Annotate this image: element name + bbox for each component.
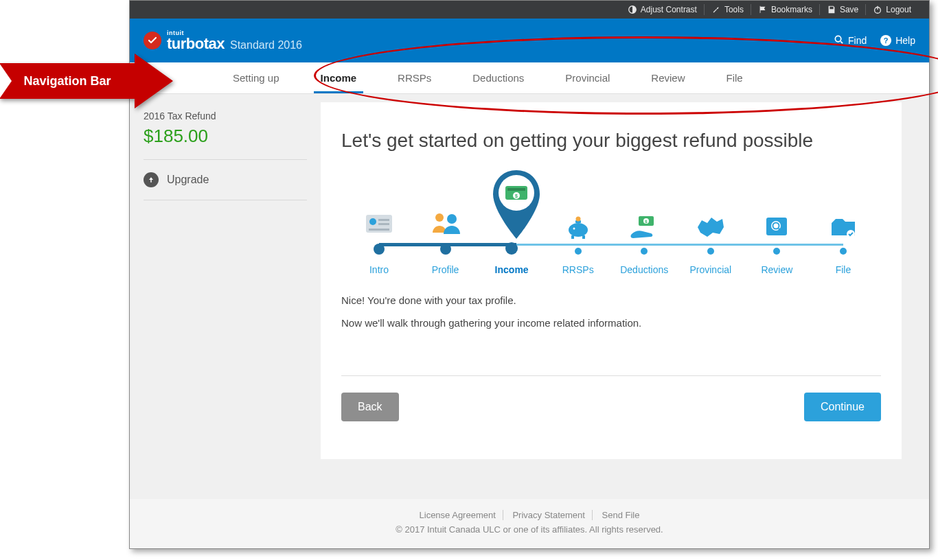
continue-button[interactable]: Continue <box>804 393 881 421</box>
svg-point-20 <box>575 217 580 222</box>
turbotax-check-logo <box>144 32 161 49</box>
step-review[interactable]: Review <box>746 205 808 275</box>
nav-file[interactable]: File <box>706 62 764 93</box>
save-link[interactable]: Save <box>819 4 865 15</box>
help-link[interactable]: ? Help <box>880 34 915 47</box>
back-button[interactable]: Back <box>341 393 399 421</box>
step-rrsps[interactable]: RRSPs <box>547 205 609 275</box>
step-intro[interactable]: Intro <box>348 201 410 275</box>
profile-people-icon <box>430 201 461 235</box>
footer-privacy-link[interactable]: Privacy Statement <box>505 510 593 520</box>
save-icon <box>827 5 836 14</box>
app-window: Adjust Contrast Tools Bookmarks Save Log… <box>129 0 930 549</box>
sidebar-divider <box>144 200 307 200</box>
card-divider <box>341 375 881 376</box>
card-heading: Let's get started on getting your bigges… <box>341 130 881 152</box>
footer-copyright: © 2017 Intuit Canada ULC or one of its a… <box>130 524 929 535</box>
svg-rect-13 <box>378 223 389 225</box>
svg-point-3 <box>835 36 840 41</box>
tools-link[interactable]: Tools <box>704 4 751 15</box>
refund-amount: $185.00 <box>144 126 307 147</box>
contrast-icon <box>628 5 637 14</box>
svg-rect-12 <box>378 219 389 221</box>
card-line-2: Now we'll walk through gathering your in… <box>341 317 881 329</box>
sidebar: 2016 Tax Refund $185.00 Upgrade <box>130 94 321 499</box>
footer-sendfile-link[interactable]: Send File <box>595 510 647 520</box>
svg-point-11 <box>369 218 376 225</box>
svg-point-15 <box>435 213 444 222</box>
navigation-bar: Setting up Income RRSPs Deductions Provi… <box>130 62 929 94</box>
folder-check-icon <box>829 205 858 240</box>
upgrade-link[interactable]: Upgrade <box>144 172 307 187</box>
help-icon: ? <box>880 35 891 46</box>
power-icon <box>873 5 882 14</box>
search-icon <box>834 34 844 47</box>
nav-review[interactable]: Review <box>630 62 705 93</box>
svg-rect-7 <box>507 188 525 191</box>
footer-license-link[interactable]: License Agreement <box>413 510 503 520</box>
footer: License Agreement Privacy Statement Send… <box>130 499 929 548</box>
main-card: Let's get started on getting your bigges… <box>321 102 902 459</box>
nav-deductions[interactable]: Deductions <box>452 62 545 93</box>
svg-rect-14 <box>369 229 389 231</box>
adjust-contrast-link[interactable]: Adjust Contrast <box>621 4 704 15</box>
step-profile[interactable]: Profile <box>415 201 477 275</box>
logout-link[interactable]: Logout <box>865 4 918 15</box>
brand-logo-block: intuit turbotaxStandard 2016 <box>144 30 302 51</box>
svg-point-17 <box>569 223 588 237</box>
upgrade-arrow-icon <box>144 172 159 187</box>
svg-rect-21 <box>571 235 574 239</box>
intro-badge-icon <box>365 201 393 235</box>
nav-setting-up[interactable]: Setting up <box>212 62 300 93</box>
callout-label: Navigation Bar <box>0 63 135 99</box>
brand-edition-label: Standard 2016 <box>230 39 302 51</box>
nav-income[interactable]: Income <box>300 62 378 93</box>
refund-label: 2016 Tax Refund <box>144 110 307 121</box>
step-provincial[interactable]: Provincial <box>680 205 742 275</box>
hand-money-icon: $ <box>629 205 659 240</box>
wrench-icon <box>711 5 721 14</box>
step-file[interactable]: File <box>812 205 874 275</box>
find-link[interactable]: Find <box>834 34 867 47</box>
svg-point-16 <box>447 214 457 224</box>
svg-line-4 <box>840 41 843 43</box>
brand-bar: intuit turbotaxStandard 2016 Find ? Help <box>130 19 929 62</box>
nav-rrsps[interactable]: RRSPs <box>377 62 452 93</box>
current-step-pin: $ <box>489 167 544 245</box>
card-line-1: Nice! You're done with your tax profile. <box>341 294 881 306</box>
piggy-bank-icon <box>564 205 592 240</box>
progress-steps: $ Intro P <box>348 179 874 275</box>
bookmarks-link[interactable]: Bookmarks <box>751 4 819 15</box>
svg-text:$: $ <box>515 194 518 199</box>
callout-navigation-bar-arrow: Navigation Bar <box>0 63 179 99</box>
sidebar-divider <box>144 159 307 160</box>
magnifier-doc-icon <box>762 205 791 240</box>
utility-bar: Adjust Contrast Tools Bookmarks Save Log… <box>130 1 929 19</box>
svg-rect-22 <box>582 235 585 239</box>
step-deductions[interactable]: $ Deductions <box>613 205 675 275</box>
nav-provincial[interactable]: Provincial <box>545 62 630 93</box>
flag-icon <box>758 5 768 14</box>
svg-point-18 <box>573 228 575 230</box>
brand-product-label: turbotax <box>167 35 225 52</box>
canada-map-icon <box>695 205 727 240</box>
